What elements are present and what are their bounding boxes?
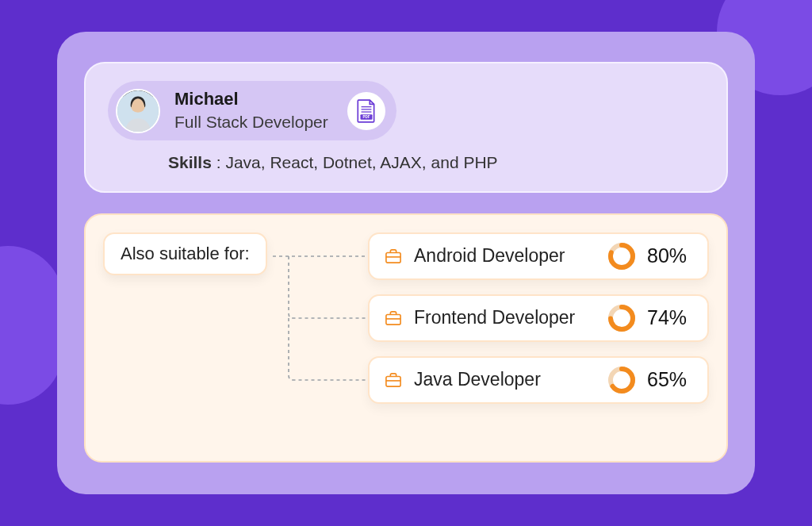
main-card: Michael Full Stack Developer PDF Skills … bbox=[57, 32, 755, 493]
suitability-header: Also suitable for: bbox=[103, 232, 267, 275]
briefcase-icon bbox=[384, 309, 403, 328]
role-card[interactable]: Java Developer65% bbox=[368, 356, 709, 404]
avatar bbox=[116, 89, 160, 133]
skills-line: Skills : Java, React, Dotnet, AJAX, and … bbox=[108, 153, 704, 172]
briefcase-icon bbox=[384, 247, 403, 266]
match-percent: 80% bbox=[647, 244, 693, 267]
role-title: Java Developer bbox=[414, 369, 596, 390]
profile-name: Michael bbox=[174, 87, 328, 111]
role-title: Android Developer bbox=[414, 245, 596, 267]
profile-pill: Michael Full Stack Developer PDF bbox=[108, 81, 396, 140]
role-title: Frontend Developer bbox=[414, 307, 596, 328]
role-list: Android Developer80%Frontend Developer74… bbox=[368, 232, 709, 404]
decorative-blob bbox=[0, 246, 63, 405]
match-percent: 65% bbox=[647, 368, 693, 391]
role-card[interactable]: Android Developer80% bbox=[368, 232, 709, 280]
match-percent: 74% bbox=[647, 306, 693, 329]
skills-value: Java, React, Dotnet, AJAX, and PHP bbox=[225, 153, 497, 171]
svg-text:PDF: PDF bbox=[362, 115, 370, 119]
svg-rect-8 bbox=[386, 252, 400, 263]
pdf-download-button[interactable]: PDF bbox=[347, 92, 385, 130]
role-card[interactable]: Frontend Developer74% bbox=[368, 294, 709, 342]
svg-rect-16 bbox=[386, 376, 400, 386]
skills-label: Skills bbox=[168, 153, 212, 171]
match-ring bbox=[607, 366, 636, 394]
profile-role: Full Stack Developer bbox=[174, 111, 328, 133]
skills-separator: : bbox=[216, 153, 226, 171]
pdf-icon: PDF bbox=[356, 99, 377, 123]
profile-panel: Michael Full Stack Developer PDF Skills … bbox=[84, 62, 728, 192]
suitability-panel: Also suitable for: Android Developer80%F… bbox=[84, 213, 728, 463]
svg-rect-12 bbox=[386, 314, 400, 324]
briefcase-icon bbox=[384, 371, 403, 390]
match-ring bbox=[607, 242, 636, 271]
match-ring bbox=[607, 304, 636, 332]
profile-text: Michael Full Stack Developer bbox=[174, 87, 328, 133]
